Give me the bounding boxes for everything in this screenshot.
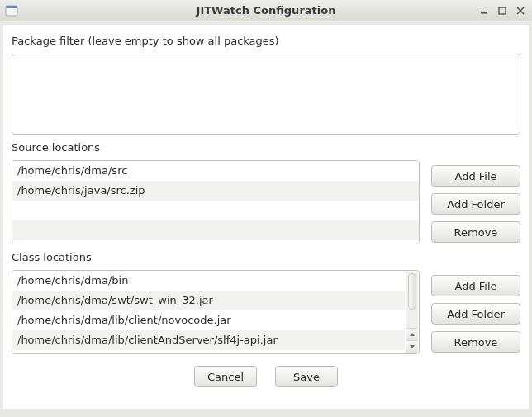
class-locations-row: /home/chris/dma/bin/home/chris/dma/swt/s…: [12, 270, 520, 354]
list-item: [12, 240, 419, 244]
class-remove-button[interactable]: Remove: [431, 331, 520, 353]
svg-rect-2: [481, 12, 487, 14]
dialog-footer: Cancel Save: [12, 359, 520, 391]
config-window: JITWatch Configuration Package filter (l…: [0, 0, 532, 417]
class-add-folder-button[interactable]: Add Folder: [431, 303, 520, 325]
window-bottom-margin: [0, 409, 532, 417]
list-item[interactable]: /home/chris/java/src.zip: [12, 181, 419, 201]
svg-rect-3: [499, 7, 506, 14]
source-remove-button[interactable]: Remove: [431, 221, 520, 243]
titlebar: JITWatch Configuration: [0, 0, 532, 21]
class-locations-label: Class locations: [12, 251, 520, 263]
source-locations-list[interactable]: /home/chris/dma/src/home/chris/java/src.…: [12, 160, 420, 244]
minimize-icon[interactable]: [479, 6, 489, 16]
source-add-file-button[interactable]: Add File: [431, 165, 520, 187]
scrollbar-up-icon[interactable]: [406, 328, 418, 340]
source-locations-label: Source locations: [12, 141, 520, 154]
list-item: [12, 201, 419, 220]
source-add-folder-button[interactable]: Add Folder: [431, 193, 520, 215]
class-locations-list[interactable]: /home/chris/dma/bin/home/chris/dma/swt/s…: [12, 270, 420, 354]
window-controls: [479, 6, 529, 16]
list-item: [12, 220, 419, 240]
class-list-scrollbar[interactable]: [406, 272, 418, 353]
list-item[interactable]: /home/chris/dma/src: [12, 161, 419, 181]
package-filter-label: Package filter (leave empty to show all …: [12, 35, 520, 47]
scrollbar-down-icon[interactable]: [406, 340, 418, 353]
class-buttons: Add File Add Folder Remove: [431, 270, 520, 354]
app-icon: [5, 4, 18, 17]
list-item[interactable]: /home/chris/dma/swt/swt_win_32.jar: [12, 291, 405, 310]
list-item[interactable]: /home/chris/dma/lib/clientAndServer/slf4…: [12, 330, 405, 350]
source-locations-row: /home/chris/dma/src/home/chris/java/src.…: [12, 160, 520, 244]
cancel-button[interactable]: Cancel: [194, 366, 257, 387]
svg-rect-1: [6, 6, 17, 8]
class-add-file-button[interactable]: Add File: [431, 275, 520, 296]
content-area: Package filter (leave empty to show all …: [3, 25, 529, 409]
window-title: JITWatch Configuration: [0, 4, 532, 17]
list-item[interactable]: /home/chris/dma/bin: [12, 271, 405, 291]
source-buttons: Add File Add Folder Remove: [431, 160, 520, 244]
package-filter-input[interactable]: [12, 54, 520, 135]
maximize-icon[interactable]: [497, 6, 507, 16]
scrollbar-thumb[interactable]: [408, 273, 416, 310]
list-item: [12, 350, 405, 353]
close-icon[interactable]: [515, 6, 525, 16]
list-item[interactable]: /home/chris/dma/lib/client/novocode.jar: [12, 310, 405, 330]
save-button[interactable]: Save: [275, 366, 338, 387]
